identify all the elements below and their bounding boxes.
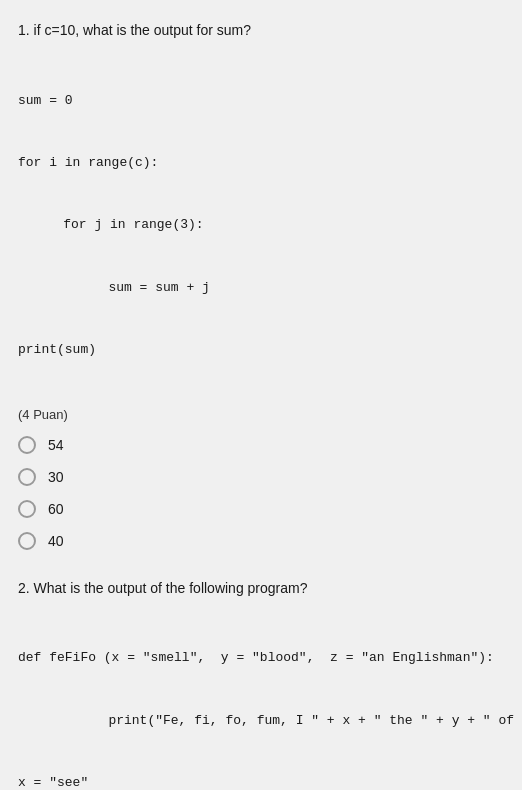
code-line-2: for i in range(c): bbox=[18, 153, 504, 174]
code2-line-1: def feFiFo (x = "smell", y = "blood", z … bbox=[18, 648, 504, 669]
question-2-text: 2. What is the output of the following p… bbox=[18, 578, 504, 599]
code2-line-2: print("Fe, fi, fo, fum, I " + x + " the … bbox=[18, 711, 504, 732]
radio-q1c[interactable] bbox=[18, 500, 36, 518]
code2-line-3: x = "see" bbox=[18, 773, 504, 790]
option-q1b[interactable]: 30 bbox=[18, 468, 504, 486]
option-q1d-label: 40 bbox=[48, 533, 64, 549]
radio-q1a[interactable] bbox=[18, 436, 36, 454]
option-q1b-label: 30 bbox=[48, 469, 64, 485]
option-q1a[interactable]: 54 bbox=[18, 436, 504, 454]
option-q1c-label: 60 bbox=[48, 501, 64, 517]
question-1-code: sum = 0 for i in range(c): for j in rang… bbox=[18, 49, 504, 403]
question-1: 1. if c=10, what is the output for sum? … bbox=[18, 20, 504, 550]
question-2: 2. What is the output of the following p… bbox=[18, 578, 504, 790]
question-1-points: (4 Puan) bbox=[18, 407, 504, 422]
question-2-code: def feFiFo (x = "smell", y = "blood", z … bbox=[18, 607, 504, 790]
radio-q1b[interactable] bbox=[18, 468, 36, 486]
option-q1d[interactable]: 40 bbox=[18, 532, 504, 550]
code-line-3: for j in range(3): bbox=[18, 215, 504, 236]
radio-q1d[interactable] bbox=[18, 532, 36, 550]
code-line-5: print(sum) bbox=[18, 340, 504, 361]
option-q1a-label: 54 bbox=[48, 437, 64, 453]
code-line-4: sum = sum + j bbox=[18, 278, 504, 299]
code-line-1: sum = 0 bbox=[18, 91, 504, 112]
question-1-text: 1. if c=10, what is the output for sum? bbox=[18, 20, 504, 41]
option-q1c[interactable]: 60 bbox=[18, 500, 504, 518]
